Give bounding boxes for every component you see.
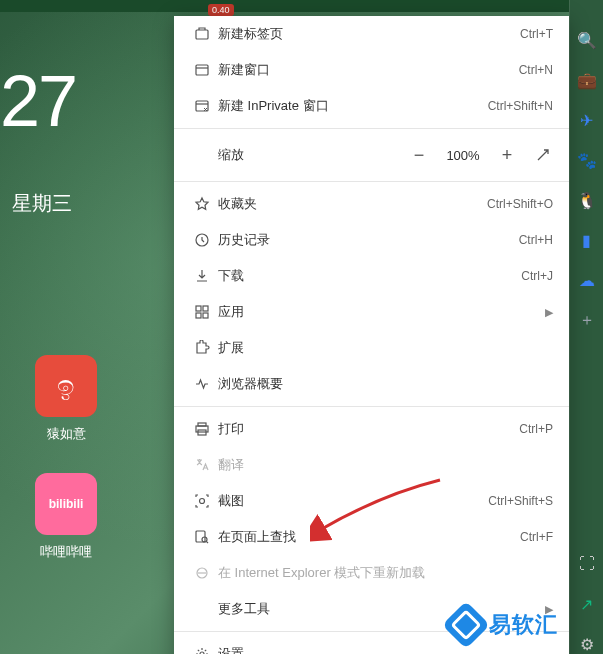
menu-label: 下载 [214,267,521,285]
menu-separator [174,181,569,182]
menu-label: 浏览器概要 [214,375,553,393]
menu-new-window[interactable]: 新建窗口 Ctrl+N [174,52,569,88]
topbar-badge: 0.40 [208,4,234,16]
tile-bilibili[interactable]: bilibili 哔哩哔哩 [35,473,97,561]
menu-label: 在页面上查找 [214,528,520,546]
menu-downloads[interactable]: 下载 Ctrl+J [174,258,569,294]
tile-icon-yuanruyi: ඉ [35,355,97,417]
menu-label: 翻译 [214,456,553,474]
chevron-right-icon: ▶ [545,306,553,319]
svg-rect-9 [203,313,208,318]
menu-new-inprivate[interactable]: 新建 InPrivate 窗口 Ctrl+Shift+N [174,88,569,124]
menu-find[interactable]: 在页面上查找 Ctrl+F [174,519,569,555]
sidebar-cloud-icon[interactable]: ☁ [577,270,597,290]
sidebar-settings-icon[interactable]: ⚙ [577,634,597,654]
sidebar-penguin-icon[interactable]: 🐧 [577,190,597,210]
watermark-logo: 易软汇 [449,608,558,642]
menu-label: 截图 [214,492,488,510]
menu-label: 新建标签页 [214,25,520,43]
history-icon [190,232,214,248]
zoom-in-button[interactable]: + [497,145,517,165]
gear-icon [190,646,214,654]
svg-line-16 [206,541,208,543]
menu-translate: 翻译 [174,447,569,483]
menu-ie-mode: 在 Internet Explorer 模式下重新加载 [174,555,569,591]
tile-icon-bilibili: bilibili [35,473,97,535]
fullscreen-button[interactable] [533,145,553,165]
clock-time: 27 [0,60,76,142]
print-icon [190,421,214,437]
tile-label: 哔哩哔哩 [40,543,92,561]
screenshot-icon [190,493,214,509]
sidebar-search-icon[interactable]: 🔍 [577,30,597,50]
sidebar-send-icon[interactable]: ✈ [577,110,597,130]
menu-shortcut: Ctrl+Shift+N [488,99,553,113]
download-icon [190,268,214,284]
menu-label: 扩展 [214,339,553,357]
zoom-value: 100% [445,148,481,163]
right-sidebar: 🔍 💼 ✈ 🐾 🐧 ▮ ☁ ＋ ⛶ ↗ ⚙ [569,0,603,654]
sidebar-paw-icon[interactable]: 🐾 [577,150,597,170]
menu-shortcut: Ctrl+J [521,269,553,283]
inprivate-icon [190,98,214,114]
zoom-out-button[interactable]: − [409,145,429,165]
menu-shortcut: Ctrl+Shift+S [488,494,553,508]
browser-topbar [0,0,603,12]
svg-rect-7 [203,306,208,311]
sidebar-add-icon[interactable]: ＋ [577,310,597,330]
menu-label: 历史记录 [214,231,519,249]
tile-yuanruyi[interactable]: ඉ 猿如意 [35,355,97,443]
window-icon [190,62,214,78]
browser-main-menu: 新建标签页 Ctrl+T 新建窗口 Ctrl+N 新建 InPrivate 窗口… [174,16,569,654]
menu-label: 设置 [214,645,553,654]
ie-icon [190,565,214,581]
svg-rect-6 [196,306,201,311]
menu-label: 打印 [214,420,519,438]
menu-separator [174,128,569,129]
translate-icon [190,457,214,473]
svg-rect-8 [196,313,201,318]
menu-label: 在 Internet Explorer 模式下重新加载 [214,564,553,582]
menu-shortcut: Ctrl+H [519,233,553,247]
find-icon [190,529,214,545]
menu-shortcut: Ctrl+P [519,422,553,436]
menu-zoom-row: 缩放 − 100% + [174,133,569,177]
logo-text: 易软汇 [489,610,558,640]
sidebar-app-icon[interactable]: ▮ [577,230,597,250]
quick-tiles: ඉ 猿如意 bilibili 哔哩哔哩 [35,355,97,561]
menu-extensions[interactable]: 扩展 [174,330,569,366]
svg-rect-14 [196,531,205,542]
menu-label: 新建窗口 [214,61,519,79]
menu-shortcut: Ctrl+N [519,63,553,77]
svg-rect-0 [196,30,208,39]
menu-label: 新建 InPrivate 窗口 [214,97,488,115]
menu-label: 收藏夹 [214,195,487,213]
sidebar-open-icon[interactable]: ↗ [577,594,597,614]
pulse-icon [190,376,214,392]
zoom-label: 缩放 [190,146,409,164]
apps-icon [190,304,214,320]
svg-rect-1 [196,65,208,75]
tile-label: 猿如意 [47,425,86,443]
menu-favorites[interactable]: 收藏夹 Ctrl+Shift+O [174,186,569,222]
menu-apps[interactable]: 应用 ▶ [174,294,569,330]
sidebar-capture-icon[interactable]: ⛶ [577,554,597,574]
menu-browser-essentials[interactable]: 浏览器概要 [174,366,569,402]
menu-label: 应用 [214,303,545,321]
menu-shortcut: Ctrl+T [520,27,553,41]
logo-icon [442,601,490,649]
extension-icon [190,340,214,356]
menu-history[interactable]: 历史记录 Ctrl+H [174,222,569,258]
menu-shortcut: Ctrl+F [520,530,553,544]
menu-new-tab[interactable]: 新建标签页 Ctrl+T [174,16,569,52]
clock-weekday: 星期三 [12,190,72,217]
star-icon [190,196,214,212]
svg-point-13 [200,499,205,504]
menu-screenshot[interactable]: 截图 Ctrl+Shift+S [174,483,569,519]
sidebar-briefcase-icon[interactable]: 💼 [577,70,597,90]
menu-separator [174,406,569,407]
menu-shortcut: Ctrl+Shift+O [487,197,553,211]
tab-icon [190,26,214,42]
menu-print[interactable]: 打印 Ctrl+P [174,411,569,447]
